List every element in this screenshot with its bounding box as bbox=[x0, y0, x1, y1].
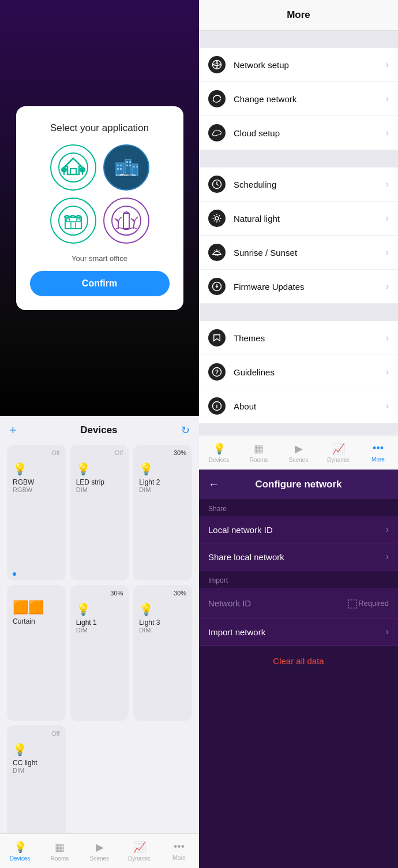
import-network-label: Import network bbox=[208, 627, 381, 637]
nav-item-more[interactable]: ••• More bbox=[159, 841, 199, 861]
device-type: DIM bbox=[139, 486, 186, 493]
svg-point-32 bbox=[213, 61, 221, 69]
menu-label-guidelines: Guidelines bbox=[234, 367, 386, 377]
nav-item-rooms[interactable]: ▦ Rooms bbox=[40, 841, 80, 862]
local-network-id-item[interactable]: Local network ID › bbox=[199, 516, 398, 543]
configure-network-screen: ← Configure network Share Local network … bbox=[199, 470, 398, 868]
devices-section: + Devices ↻ Off 💡 RGBW RGBW Off 💡 LED st… bbox=[0, 416, 199, 868]
svg-rect-11 bbox=[117, 165, 119, 166]
nav-item-dynamic-right[interactable]: 📈 Dynamic bbox=[318, 435, 358, 470]
svg-point-28 bbox=[112, 206, 141, 235]
more-nav-icon-right: ••• bbox=[373, 442, 384, 455]
scan-icon[interactable]: ⬚ bbox=[347, 596, 358, 610]
more-screen: More Network setup › Change network › Cl… bbox=[199, 0, 398, 435]
device-icon-rgbw: 💡 bbox=[13, 462, 60, 476]
device-card-light3[interactable]: 30% 💡 Light 3 DIM bbox=[133, 585, 192, 721]
left-panel: Select your application bbox=[0, 0, 199, 868]
chevron-right-icon: › bbox=[386, 94, 389, 104]
nav-item-scenes-right[interactable]: ▶ Scenes bbox=[279, 435, 318, 470]
nav-item-rooms-right[interactable]: ▦ Rooms bbox=[239, 435, 279, 470]
device-card-rgbw[interactable]: Off 💡 RGBW RGBW bbox=[7, 445, 66, 580]
menu-item-about[interactable]: i About › bbox=[199, 389, 398, 423]
scheduling-icon bbox=[208, 176, 226, 193]
device-card-light2[interactable]: 30% 💡 Light 2 DIM bbox=[133, 445, 192, 580]
app-icon-home[interactable] bbox=[50, 144, 96, 191]
svg-rect-18 bbox=[129, 165, 131, 166]
device-icon-light2: 💡 bbox=[139, 462, 186, 476]
firmware-icon bbox=[208, 278, 226, 295]
device-type: DIM bbox=[76, 486, 123, 493]
device-card-light1[interactable]: 30% 💡 Light 1 DIM bbox=[70, 585, 129, 721]
device-card-curtain[interactable]: 🟧🟧 Curtain bbox=[7, 585, 66, 721]
menu-label-sunrise-sunset: Sunrise / Sunset bbox=[234, 248, 386, 258]
menu-item-scheduling[interactable]: Scheduling › bbox=[199, 167, 398, 202]
nav-item-dynamic[interactable]: 📈 Dynamic bbox=[119, 841, 159, 862]
svg-text:?: ? bbox=[215, 368, 219, 375]
menu-item-network-setup[interactable]: Network setup › bbox=[199, 48, 398, 82]
svg-rect-4 bbox=[63, 172, 65, 175]
add-device-button[interactable]: + bbox=[9, 423, 17, 438]
chevron-right-icon: › bbox=[386, 247, 389, 258]
back-button[interactable]: ← bbox=[208, 478, 220, 491]
menu-item-firmware-updates[interactable]: Firmware Updates › bbox=[199, 270, 398, 304]
nav-item-devices-right[interactable]: 💡 Devices bbox=[199, 435, 239, 470]
svg-line-39 bbox=[214, 215, 215, 217]
local-network-id-label: Local network ID bbox=[208, 525, 381, 535]
share-local-network-item[interactable]: Share local network › bbox=[199, 543, 398, 571]
device-type: DIM bbox=[76, 627, 123, 634]
nav-label-scenes: Scenes bbox=[90, 855, 109, 862]
bottom-nav-right: 💡 Devices ▦ Rooms ▶ Scenes 📈 Dynamic •••… bbox=[199, 435, 398, 470]
svg-rect-15 bbox=[126, 161, 128, 163]
svg-point-23 bbox=[59, 206, 88, 235]
menu-item-themes[interactable]: Themes › bbox=[199, 321, 398, 355]
menu-item-cloud-setup[interactable]: Cloud setup › bbox=[199, 116, 398, 150]
device-icon-curtain: 🟧🟧 bbox=[13, 600, 60, 615]
nav-item-scenes[interactable]: ▶ Scenes bbox=[80, 841, 119, 862]
chevron-right-icon: › bbox=[386, 128, 389, 138]
nav-item-more-right[interactable]: ••• More bbox=[358, 435, 398, 470]
share-section-label: Share bbox=[199, 499, 398, 516]
nav-label-rooms-right: Rooms bbox=[250, 457, 268, 463]
svg-rect-17 bbox=[126, 165, 128, 166]
app-icon-shop[interactable] bbox=[50, 198, 96, 244]
device-type: DIM bbox=[13, 767, 60, 774]
chevron-right-icon: › bbox=[386, 367, 389, 377]
device-card-led-strip[interactable]: Off 💡 LED strip DIM bbox=[70, 445, 129, 580]
import-network-item[interactable]: Import network › bbox=[199, 619, 398, 646]
svg-rect-14 bbox=[120, 168, 122, 170]
app-grid: COMMERCIAL bbox=[50, 144, 149, 244]
app-icon-commercial[interactable]: COMMERCIAL bbox=[103, 144, 149, 191]
clear-data-button[interactable]: Clear all data bbox=[199, 647, 398, 675]
guidelines-icon: ? bbox=[208, 363, 226, 381]
menu-item-change-network[interactable]: Change network › bbox=[199, 82, 398, 116]
scenes-nav-icon-right: ▶ bbox=[295, 442, 303, 455]
svg-line-45 bbox=[219, 250, 220, 251]
required-label: Required bbox=[358, 599, 389, 608]
menu-item-guidelines[interactable]: ? Guidelines › bbox=[199, 355, 398, 389]
chevron-right-icon: › bbox=[386, 524, 389, 535]
menu-item-sunrise-sunset[interactable]: Sunrise / Sunset › bbox=[199, 236, 398, 270]
modal-card: Select your application bbox=[16, 106, 183, 310]
menu-item-natural-light[interactable]: Natural light › bbox=[199, 202, 398, 236]
confirm-button[interactable]: Confirm bbox=[30, 271, 170, 296]
device-name: Light 2 bbox=[139, 478, 186, 486]
menu-label-firmware-updates: Firmware Updates bbox=[234, 282, 386, 292]
dynamic-nav-icon: 📈 bbox=[133, 841, 146, 854]
svg-point-5 bbox=[80, 167, 85, 173]
dynamic-nav-icon-right: 📈 bbox=[332, 442, 345, 455]
chevron-right-icon: › bbox=[386, 552, 389, 562]
device-name: CC light bbox=[13, 759, 60, 767]
chevron-right-icon: › bbox=[386, 213, 389, 223]
nav-item-devices[interactable]: 💡 Devices bbox=[0, 841, 40, 862]
app-icon-resort[interactable] bbox=[103, 198, 149, 244]
rooms-nav-icon-right: ▦ bbox=[254, 442, 264, 455]
themes-icon bbox=[208, 329, 226, 347]
refresh-button[interactable]: ↻ bbox=[181, 424, 190, 437]
svg-rect-19 bbox=[133, 166, 135, 167]
device-icon-led: 💡 bbox=[76, 462, 123, 476]
devices-grid: Off 💡 RGBW RGBW Off 💡 LED strip DIM 30% … bbox=[0, 445, 199, 868]
device-name: Light 3 bbox=[139, 619, 186, 627]
svg-point-3 bbox=[61, 167, 67, 173]
change-network-icon bbox=[208, 90, 226, 107]
menu-label-cloud-setup: Cloud setup bbox=[234, 128, 386, 138]
